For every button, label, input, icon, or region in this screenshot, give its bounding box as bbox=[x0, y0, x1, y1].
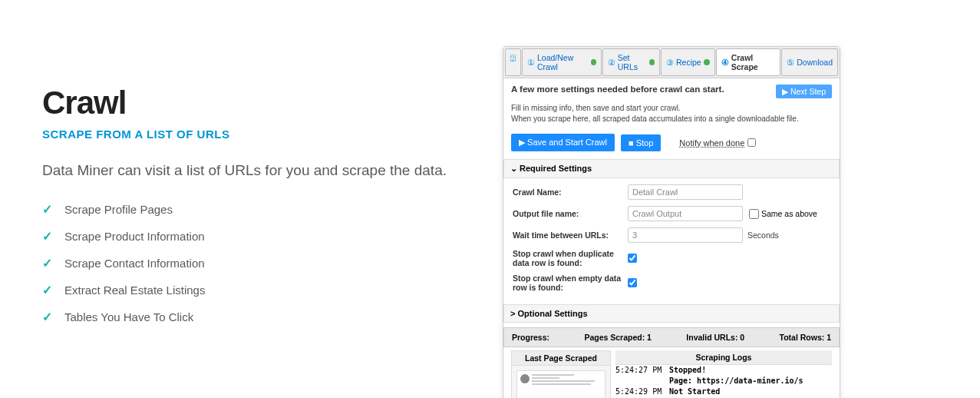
tab-label: Set URLs bbox=[618, 53, 647, 71]
done-icon bbox=[591, 59, 596, 65]
last-page-header: Last Page Scraped bbox=[512, 351, 610, 366]
tab-number-icon: ① bbox=[527, 58, 535, 67]
log-time-column: 5:24:27 PM 5:24:29 PM 5:24:36 PM 5:24:41… bbox=[615, 365, 669, 398]
info-line: Fill in missing info, then save and star… bbox=[511, 103, 832, 114]
pages-scraped: Pages Scraped: 1 bbox=[584, 333, 652, 342]
tab-label: Crawl Scrape bbox=[731, 53, 776, 71]
tab-number-icon: ⑤ bbox=[787, 58, 794, 67]
marketing-content: Crawl SCRAPE FROM A LIST OF URLS Data Mi… bbox=[42, 46, 472, 398]
scraping-logs-header: Scraping Logs bbox=[615, 350, 832, 365]
tab-set-urls[interactable]: ②Set URLs bbox=[602, 48, 660, 76]
feature-label: Extract Real Estate Listings bbox=[64, 284, 205, 297]
avatar-icon bbox=[520, 374, 530, 383]
tab-number-icon: ③ bbox=[666, 58, 674, 67]
list-item: ✓Tables You Have To Click bbox=[42, 310, 472, 324]
list-item: ✓Scrape Contact Information bbox=[42, 256, 472, 270]
help-icon: ⍰ bbox=[510, 53, 516, 62]
info-line: When you scrape here, all scraped data a… bbox=[511, 114, 832, 124]
last-page-panel: Last Page Scraped bbox=[511, 350, 611, 398]
tab-number-icon: ② bbox=[608, 58, 615, 67]
panel-heading: A few more settings needed before crawl … bbox=[511, 85, 724, 94]
feature-list: ✓Scrape Profile Pages ✓Scrape Product In… bbox=[42, 202, 472, 324]
notify-when-done[interactable]: Notify when done bbox=[679, 138, 756, 148]
page-thumbnail bbox=[516, 370, 605, 398]
stop-empty-checkbox[interactable] bbox=[628, 278, 637, 287]
notify-checkbox[interactable] bbox=[747, 138, 756, 147]
same-as-checkbox[interactable] bbox=[749, 209, 759, 219]
tab-number-icon: ④ bbox=[721, 58, 729, 67]
page-subtitle: SCRAPE FROM A LIST OF URLS bbox=[42, 128, 472, 141]
feature-label: Scrape Product Information bbox=[64, 230, 205, 243]
tab-label: Recipe bbox=[676, 58, 701, 67]
tab-download[interactable]: ⑤Download bbox=[781, 48, 838, 76]
wait-time-input[interactable] bbox=[628, 227, 743, 243]
list-item: ✓Scrape Product Information bbox=[42, 229, 472, 244]
check-icon: ✓ bbox=[42, 256, 52, 270]
log-message-column: Stopped! Page: https://data-miner.io/s N… bbox=[669, 365, 832, 398]
save-start-crawl-button[interactable]: ▶ Save and Start Crawl bbox=[511, 134, 615, 151]
crawl-panel: ⍰ ①Load/New Crawl ②Set URLs ③Recipe ④Cra… bbox=[503, 46, 840, 398]
same-as-label: Same as above bbox=[761, 209, 817, 218]
same-as-above[interactable]: Same as above bbox=[749, 209, 817, 219]
invalid-urls: Invalid URLs: 0 bbox=[686, 333, 744, 342]
info-text: Fill in missing info, then save and star… bbox=[511, 103, 832, 124]
progress-bar: Progress: Pages Scraped: 1 Invalid URLs:… bbox=[503, 327, 840, 347]
check-icon: ✓ bbox=[42, 283, 52, 297]
list-item: ✓Extract Real Estate Listings bbox=[42, 283, 472, 297]
help-tab[interactable]: ⍰ bbox=[505, 48, 521, 76]
done-icon bbox=[704, 59, 710, 65]
total-rows: Total Rows: 1 bbox=[780, 333, 831, 342]
tab-bar: ⍰ ①Load/New Crawl ②Set URLs ③Recipe ④Cra… bbox=[503, 47, 840, 78]
crawl-name-label: Crawl Name: bbox=[513, 187, 628, 197]
optional-settings-header[interactable]: > Optional Settings bbox=[503, 304, 840, 323]
check-icon: ✓ bbox=[42, 229, 52, 244]
page-description: Data Miner can visit a list of URLs for … bbox=[42, 162, 472, 179]
tab-label: Load/New Crawl bbox=[537, 53, 589, 71]
next-step-button[interactable]: ▶ Next Step bbox=[776, 85, 832, 98]
output-file-label: Output file name: bbox=[513, 209, 628, 218]
feature-label: Scrape Contact Information bbox=[64, 257, 205, 270]
page-title: Crawl bbox=[42, 85, 472, 121]
stop-duplicate-checkbox[interactable] bbox=[628, 254, 637, 263]
scraping-logs-panel: Scraping Logs 5:24:27 PM 5:24:29 PM 5:24… bbox=[615, 350, 832, 398]
tab-crawl-scrape[interactable]: ④Crawl Scrape bbox=[716, 48, 781, 76]
list-item: ✓Scrape Profile Pages bbox=[42, 202, 472, 217]
tab-load-new-crawl[interactable]: ①Load/New Crawl bbox=[522, 48, 602, 76]
tab-label: Download bbox=[797, 58, 833, 67]
feature-label: Scrape Profile Pages bbox=[64, 203, 173, 216]
output-file-input[interactable] bbox=[628, 206, 743, 221]
wait-time-label: Wait time between URLs: bbox=[513, 231, 628, 240]
feature-label: Tables You Have To Click bbox=[64, 310, 193, 323]
check-icon: ✓ bbox=[42, 310, 52, 324]
stop-duplicate-label: Stop crawl when duplicate data row is fo… bbox=[513, 249, 628, 267]
seconds-label: Seconds bbox=[747, 231, 779, 240]
stop-button[interactable]: ■ Stop bbox=[621, 134, 661, 151]
check-icon: ✓ bbox=[42, 202, 52, 217]
stop-empty-label: Stop crawl when empty data row is found: bbox=[513, 274, 628, 292]
required-settings-header[interactable]: ⌄ Required Settings bbox=[503, 159, 840, 178]
done-icon bbox=[649, 59, 655, 65]
crawl-name-input[interactable] bbox=[628, 184, 743, 200]
tab-recipe[interactable]: ③Recipe bbox=[661, 48, 715, 76]
progress-label: Progress: bbox=[512, 333, 549, 342]
notify-label: Notify when done bbox=[679, 138, 744, 148]
